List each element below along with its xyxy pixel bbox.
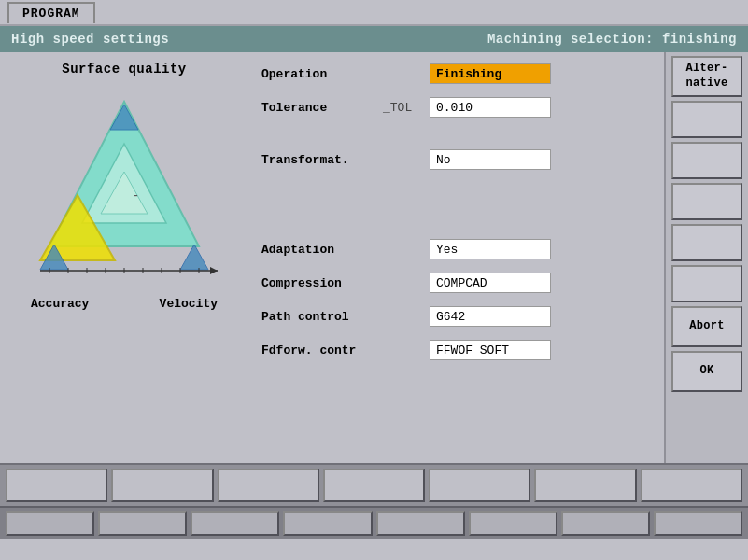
- operation-row: Operation Finishing: [261, 62, 645, 86]
- transformat-row: Transformat. No: [261, 147, 645, 172]
- sidebar-btn-2[interactable]: [671, 101, 742, 138]
- toolbar-btn-5[interactable]: [429, 469, 530, 502]
- left-panel: Surface quality: [0, 52, 243, 320]
- svg-marker-8: [210, 267, 218, 274]
- sidebar-btn-6[interactable]: [671, 265, 742, 302]
- adaptation-label: Adaptation: [261, 243, 383, 257]
- footer-btn-1[interactable]: [6, 511, 94, 536]
- svg-marker-4: [110, 105, 138, 130]
- accuracy-label: Accuracy: [31, 297, 89, 311]
- footer-btn-7[interactable]: [561, 511, 650, 536]
- ok-button[interactable]: OK: [671, 351, 742, 392]
- sidebar-btn-5[interactable]: [671, 224, 742, 261]
- abort-button[interactable]: Abort: [671, 306, 742, 347]
- toolbar-btn-1[interactable]: [6, 469, 107, 502]
- footer-btn-6[interactable]: [469, 511, 557, 536]
- compression-label: Compression: [261, 276, 383, 290]
- header-bar: High speed settings Machining selection:…: [0, 26, 748, 52]
- toolbar-btn-4[interactable]: [323, 469, 425, 502]
- fdforw-row: Fdforw. contr FFWOF SOFT: [261, 338, 645, 362]
- adaptation-row: Adaptation Yes: [261, 237, 645, 261]
- footer: [0, 506, 748, 539]
- sidebar-btn-3[interactable]: [671, 142, 742, 179]
- compression-row: Compression COMPCAD: [261, 271, 645, 295]
- program-tab[interactable]: PROGRAM: [7, 2, 95, 23]
- title-bar: PROGRAM: [0, 0, 748, 26]
- transformat-label: Transformat.: [261, 153, 383, 167]
- footer-btn-5[interactable]: [376, 511, 465, 536]
- diagram-container: IPO -: [21, 88, 227, 293]
- compression-value[interactable]: COMPCAD: [430, 273, 551, 293]
- alternative-button[interactable]: Alter- native: [671, 56, 742, 97]
- footer-btn-8[interactable]: [654, 511, 742, 536]
- bottom-toolbar: [0, 463, 748, 506]
- tolerance-row: Tolerance _TOL 0.010: [261, 95, 645, 119]
- footer-btn-3[interactable]: [191, 511, 279, 536]
- path-control-row: Path control G642: [261, 304, 645, 329]
- right-panel: Operation Finishing Tolerance _TOL 0.010…: [243, 52, 664, 463]
- tolerance-sub: _TOL: [383, 101, 430, 115]
- operation-label: Operation: [261, 67, 383, 81]
- tolerance-label: Tolerance: [261, 101, 383, 115]
- triangle-diagram: IPO -: [21, 88, 227, 274]
- toolbar-btn-3[interactable]: [218, 469, 319, 502]
- sidebar-btn-4[interactable]: [671, 183, 742, 220]
- svg-text:-: -: [132, 189, 139, 203]
- footer-btn-4[interactable]: [283, 511, 372, 536]
- transformat-value[interactable]: No: [430, 149, 551, 170]
- operation-value[interactable]: Finishing: [430, 63, 551, 84]
- path-control-value[interactable]: G642: [430, 306, 551, 327]
- sidebar: Alter- native Abort OK: [664, 52, 748, 463]
- axis-labels: Accuracy Velocity: [31, 297, 218, 311]
- path-control-label: Path control: [261, 310, 383, 324]
- fdforw-value[interactable]: FFWOF SOFT: [430, 340, 551, 360]
- surface-quality-label: Surface quality: [62, 62, 187, 77]
- svg-marker-6: [180, 245, 208, 270]
- toolbar-btn-7[interactable]: [641, 469, 742, 502]
- tolerance-value[interactable]: 0.010: [430, 97, 551, 118]
- header-right: Machining selection: finishing: [487, 32, 737, 47]
- footer-btn-2[interactable]: [98, 511, 187, 536]
- header-left: High speed settings: [11, 32, 169, 47]
- toolbar-btn-6[interactable]: [534, 469, 636, 502]
- toolbar-btn-2[interactable]: [111, 469, 213, 502]
- velocity-label: Velocity: [160, 297, 218, 311]
- adaptation-value[interactable]: Yes: [430, 239, 551, 259]
- fdforw-label: Fdforw. contr: [261, 343, 383, 357]
